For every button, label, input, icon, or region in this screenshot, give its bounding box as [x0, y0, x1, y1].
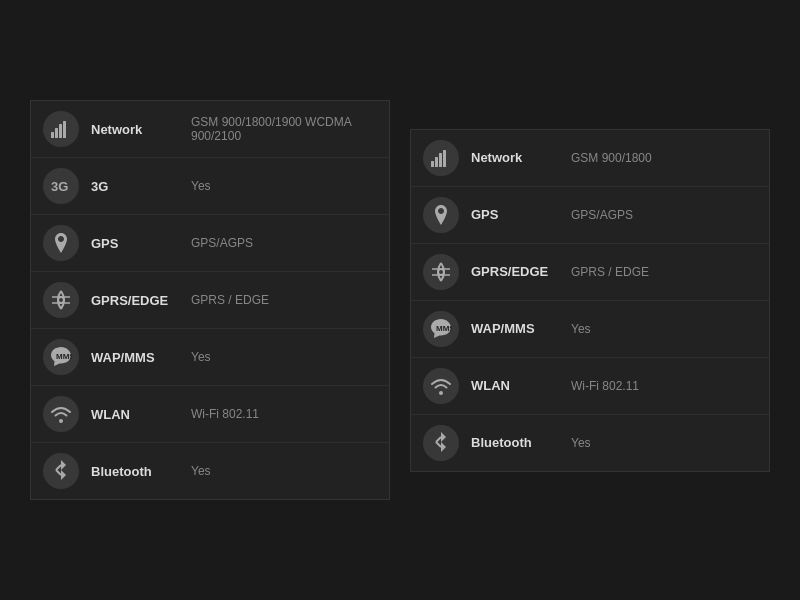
row-gps: GPS GPS/AGPS: [411, 187, 769, 244]
spec-value-wap: Yes: [571, 322, 757, 336]
spec-label-wlan: WLAN: [471, 378, 571, 393]
spec-label-gprs: GPRS/EDGE: [91, 293, 191, 308]
row-wlan: WLAN Wi-Fi 802.11: [31, 386, 389, 443]
mms-icon: MMS: [423, 311, 459, 347]
row-bluetooth: Bluetooth Yes: [31, 443, 389, 499]
spec-label-bluetooth: Bluetooth: [91, 464, 191, 479]
spec-value-bluetooth: Yes: [191, 464, 377, 478]
spec-value-wlan: Wi-Fi 802.11: [571, 379, 757, 393]
card-left: Network GSM 900/1800/1900 WCDMA 900/2100…: [30, 100, 390, 500]
spec-value-network: GSM 900/1800: [571, 151, 757, 165]
gps-icon: [43, 225, 79, 261]
spec-value-gps: GPS/AGPS: [571, 208, 757, 222]
row-wap: MMS WAP/MMS Yes: [411, 301, 769, 358]
row-gprs: GPRS/EDGE GPRS / EDGE: [31, 272, 389, 329]
spec-value-gprs: GPRS / EDGE: [571, 265, 757, 279]
spec-label-bluetooth: Bluetooth: [471, 435, 571, 450]
spec-label-wlan: WLAN: [91, 407, 191, 422]
3g-icon: 3G: [43, 168, 79, 204]
row-bluetooth: Bluetooth Yes: [411, 415, 769, 471]
mms-icon: MMS: [43, 339, 79, 375]
wlan-icon: [43, 396, 79, 432]
svg-point-18: [439, 391, 443, 395]
row-network: Network GSM 900/1800/1900 WCDMA 900/2100: [31, 101, 389, 158]
spec-label-gprs: GPRS/EDGE: [471, 264, 571, 279]
bluetooth-icon: [43, 453, 79, 489]
spec-label-3g: 3G: [91, 179, 191, 194]
row-wlan: WLAN Wi-Fi 802.11: [411, 358, 769, 415]
svg-rect-13: [443, 150, 446, 167]
spec-value-network: GSM 900/1800/1900 WCDMA 900/2100: [191, 115, 377, 143]
wlan-icon: [423, 368, 459, 404]
row-wap: MMS WAP/MMS Yes: [31, 329, 389, 386]
spec-label-wap: WAP/MMS: [91, 350, 191, 365]
svg-rect-3: [63, 121, 66, 138]
spec-label-wap: WAP/MMS: [471, 321, 571, 336]
svg-text:MMS: MMS: [56, 352, 72, 361]
card-right: Network GSM 900/1800 GPS GPS/AGPS: [410, 129, 770, 472]
row-gprs: GPRS/EDGE GPRS / EDGE: [411, 244, 769, 301]
spec-label-network: Network: [471, 150, 571, 165]
svg-text:MMS: MMS: [436, 324, 452, 333]
svg-rect-12: [439, 153, 442, 167]
row-gps: GPS GPS/AGPS: [31, 215, 389, 272]
row-network: Network GSM 900/1800: [411, 130, 769, 187]
svg-rect-11: [435, 157, 438, 167]
network-icon: [423, 140, 459, 176]
gprs-icon: [423, 254, 459, 290]
gps-icon: [423, 197, 459, 233]
gprs-icon: [43, 282, 79, 318]
svg-rect-1: [55, 128, 58, 138]
svg-rect-2: [59, 124, 62, 138]
bluetooth-icon: [423, 425, 459, 461]
spec-label-network: Network: [91, 122, 191, 137]
row-3g: 3G 3G Yes: [31, 158, 389, 215]
spec-value-wap: Yes: [191, 350, 377, 364]
spec-value-wlan: Wi-Fi 802.11: [191, 407, 377, 421]
network-icon: [43, 111, 79, 147]
spec-value-3g: Yes: [191, 179, 377, 193]
svg-rect-10: [431, 161, 434, 167]
svg-point-9: [59, 419, 63, 423]
svg-text:3G: 3G: [51, 179, 68, 194]
spec-value-bluetooth: Yes: [571, 436, 757, 450]
spec-label-gps: GPS: [91, 236, 191, 251]
svg-rect-0: [51, 132, 54, 138]
spec-label-gps: GPS: [471, 207, 571, 222]
spec-value-gps: GPS/AGPS: [191, 236, 377, 250]
spec-value-gprs: GPRS / EDGE: [191, 293, 377, 307]
